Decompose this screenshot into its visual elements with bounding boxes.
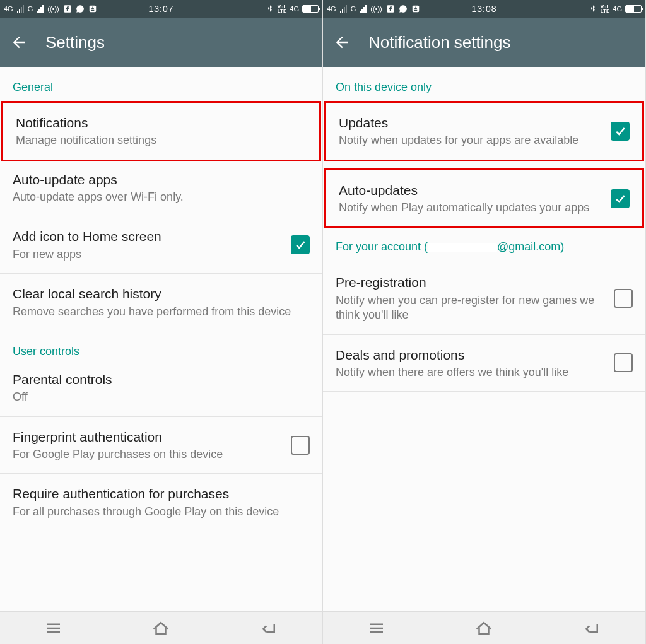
updates-checkbox[interactable] (611, 122, 630, 141)
row-clear-history[interactable]: Clear local search history Remove search… (0, 274, 322, 331)
row-fingerprint[interactable]: Fingerprint authentication For Google Pl… (0, 417, 322, 474)
row-sub: Notify when you can pre-register for new… (336, 293, 606, 323)
account-label-email: @gmail.com) (497, 240, 564, 253)
row-title: Auto-update apps (13, 171, 310, 189)
battery-icon (302, 5, 319, 13)
back-nav-button[interactable] (580, 617, 603, 640)
row-title: Require authentication for purchases (13, 485, 310, 503)
row-title: Updates (339, 114, 603, 132)
signal-2-icon (360, 5, 367, 13)
status-bar: 4G G ((•)) 13:07 VoILTE 4G (0, 0, 322, 18)
hotspot-icon: ((•)) (47, 5, 59, 13)
nav-bar (323, 611, 645, 644)
signal-1-icon (340, 5, 347, 13)
facebook-icon (63, 4, 72, 13)
row-sub: Manage notification settings (16, 133, 307, 148)
whatsapp-icon (399, 4, 408, 13)
back-icon[interactable] (333, 33, 351, 51)
download-icon (411, 4, 420, 13)
row-title: Pre-registration (336, 274, 606, 291)
page-title: Settings (45, 33, 105, 52)
volte-icon: VoILTE (601, 4, 610, 13)
settings-list: General Notifications Manage notificatio… (0, 67, 322, 611)
recent-apps-button[interactable] (365, 617, 388, 640)
row-auto-updates[interactable]: Auto-updates Notify when Play automatica… (324, 168, 644, 229)
section-user-controls: User controls (0, 331, 322, 367)
account-email-redacted (428, 243, 497, 252)
status-bar: 4G G ((•)) 13:08 VoILTE 4G (323, 0, 645, 18)
bluetooth-icon (589, 4, 597, 13)
settings-screen: 4G G ((•)) 13:07 VoILTE 4G Settings Gene… (0, 0, 323, 644)
row-title: Deals and promotions (336, 346, 606, 364)
row-notifications[interactable]: Notifications Manage notification settin… (1, 101, 321, 161)
page-title: Notification settings (368, 33, 510, 52)
app-bar: Notification settings (323, 18, 645, 67)
back-nav-button[interactable] (257, 617, 280, 640)
back-icon[interactable] (10, 33, 28, 51)
auto-updates-checkbox[interactable] (611, 189, 630, 208)
network-2-label: G (28, 5, 33, 13)
row-title: Parental controls (13, 371, 310, 389)
clock: 13:08 (454, 4, 515, 14)
lte-label: 4G (290, 5, 299, 13)
signal-1-icon (17, 5, 24, 13)
home-button[interactable] (150, 617, 172, 640)
row-sub: For new apps (13, 247, 283, 262)
row-add-icon[interactable]: Add icon to Home screen For new apps (0, 216, 322, 274)
battery-icon (625, 5, 642, 13)
network-1-label: 4G (327, 5, 336, 13)
row-updates[interactable]: Updates Notify when updates for your app… (324, 101, 644, 161)
row-sub: Notify when updates for your apps are av… (339, 133, 603, 148)
row-sub: For all purchases through Google Play on… (13, 505, 310, 519)
deals-checkbox[interactable] (614, 353, 633, 372)
clock: 13:07 (131, 4, 192, 14)
row-sub: Remove searches you have performed from … (13, 305, 310, 319)
row-deals[interactable]: Deals and promotions Notify when there a… (323, 335, 645, 392)
row-pre-registration[interactable]: Pre-registration Notify when you can pre… (323, 262, 645, 334)
row-title: Clear local search history (13, 285, 310, 303)
row-sub: For Google Play purchases on this device (13, 447, 283, 462)
row-title: Auto-updates (339, 182, 603, 199)
section-general: General (0, 67, 322, 103)
row-sub: Notify when there are offers we think yo… (336, 365, 606, 380)
row-sub: Auto-update apps over Wi-Fi only. (13, 190, 310, 204)
section-account: For your account (@gmail.com) (323, 226, 645, 262)
home-button[interactable] (473, 617, 495, 640)
notification-settings-screen: 4G G ((•)) 13:08 VoILTE 4G Notification … (323, 0, 646, 644)
lte-label: 4G (613, 5, 622, 13)
row-title: Fingerprint authentication (13, 428, 283, 446)
signal-2-icon (37, 5, 44, 13)
bluetooth-icon (266, 4, 274, 13)
fingerprint-checkbox[interactable] (291, 436, 310, 455)
facebook-icon (386, 4, 395, 13)
app-bar: Settings (0, 18, 322, 67)
row-parental[interactable]: Parental controls Off (0, 367, 322, 416)
prereg-checkbox[interactable] (614, 289, 633, 308)
row-auto-update-apps[interactable]: Auto-update apps Auto-update apps over W… (0, 160, 322, 217)
network-1-label: 4G (4, 5, 13, 13)
hotspot-icon: ((•)) (370, 5, 382, 13)
section-device: On this device only (323, 67, 645, 103)
add-icon-checkbox[interactable] (291, 235, 310, 254)
recent-apps-button[interactable] (42, 617, 65, 640)
download-icon (88, 4, 97, 13)
row-sub: Off (13, 390, 310, 404)
row-sub: Notify when Play automatically updates y… (339, 201, 603, 215)
notification-list: On this device only Updates Notify when … (323, 67, 645, 611)
row-title: Add icon to Home screen (13, 228, 283, 245)
whatsapp-icon (76, 4, 85, 13)
volte-icon: VoILTE (278, 4, 287, 13)
account-label-pre: For your account ( (336, 240, 428, 253)
row-require-auth[interactable]: Require authentication for purchases For… (0, 474, 322, 530)
nav-bar (0, 611, 322, 644)
network-2-label: G (351, 5, 356, 13)
row-title: Notifications (16, 114, 307, 132)
